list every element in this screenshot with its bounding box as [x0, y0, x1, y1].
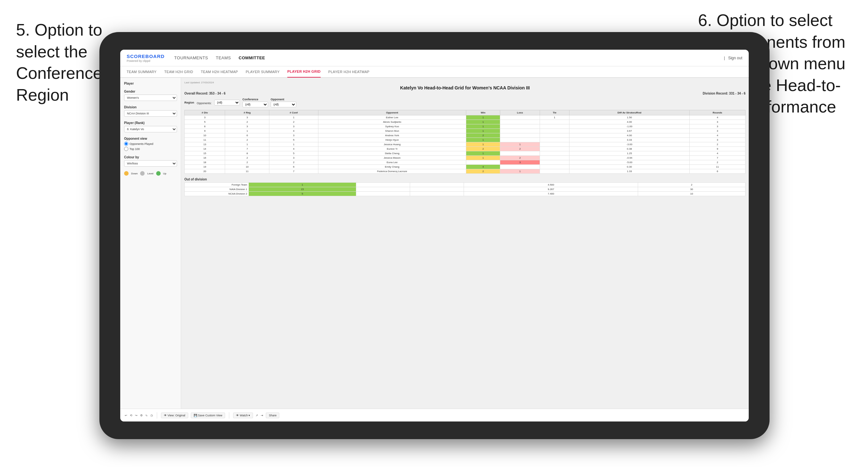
sub-nav-player-summary[interactable]: PLAYER SUMMARY [246, 66, 280, 77]
toolbar-clock[interactable]: ◷ [150, 414, 153, 417]
gender-select[interactable]: Women's [124, 95, 177, 101]
td-div: 20 [185, 169, 225, 174]
th-diff: Diff Av Strokes/Rnd [569, 110, 689, 115]
sub-nav: TEAM SUMMARY TEAM H2H GRID TEAM H2H HEAT… [120, 66, 749, 78]
table-row: 16 2 3 Jessica Mason 1 2 -0.94 7 [185, 156, 745, 160]
td-loss [500, 120, 540, 124]
out-table-row: Foreign Team 1 4.500 2 [185, 183, 745, 187]
td-div: 16 [185, 156, 225, 160]
toolbar-share-icon1[interactable]: ↗ [255, 414, 258, 417]
td-tie [540, 156, 569, 160]
color-legend: Down Level Up [124, 171, 177, 176]
td-rounds: 3 [689, 120, 745, 124]
conference-filter-select[interactable]: (All) [242, 102, 268, 107]
player-rank-select[interactable]: 8. Katelyn Vo [124, 126, 177, 132]
dot-level [140, 171, 145, 176]
td-loss [500, 129, 540, 133]
toolbar-redo2[interactable]: ↪ [135, 414, 137, 417]
nav-committee[interactable]: COMMITTEE [239, 56, 265, 60]
radio-opponents-played[interactable]: Opponents Played [124, 142, 177, 146]
conference-filter-group: Conference (All) [242, 98, 268, 107]
toolbar-sep2 [229, 412, 229, 418]
nav-tournaments[interactable]: TOURNAMENTS [174, 56, 208, 60]
region-filter-group: Region [184, 101, 194, 104]
td-rounds: 4 [689, 133, 745, 138]
radio-top100[interactable]: Top 100 [124, 147, 177, 151]
dot-down [124, 171, 129, 176]
main-content: Last Updated: 27/03/2024 Katelyn Vo Head… [181, 78, 749, 409]
td-win: 1 [466, 151, 500, 156]
td-win: 2 [466, 169, 500, 174]
td-rounds: 3 [689, 129, 745, 133]
td-reg: 2 [225, 156, 269, 160]
watch-btn[interactable]: 👁 Watch ▾ [233, 412, 253, 418]
td-win: 1 [466, 156, 500, 160]
logo: SCOREBOARD Powered by clippd [127, 54, 164, 62]
toolbar-settings[interactable]: ⚙ [140, 414, 143, 417]
out-td-name: NAIA Division 1 [185, 187, 249, 192]
toolbar-redo1[interactable]: ⟲ [130, 414, 132, 417]
sub-nav-team-summary[interactable]: TEAM SUMMARY [127, 66, 156, 77]
table-row: 3 3 1 Esther Lee 1 1 1.50 4 [185, 115, 745, 120]
td-reg: 10 [225, 165, 269, 169]
td-rounds: 2 [689, 142, 745, 147]
sub-nav-player-h2h-grid[interactable]: PLAYER H2H GRID [287, 66, 321, 77]
division-section: Division NCAA Division III [124, 105, 177, 117]
app-header: SCOREBOARD Powered by clippd TOURNAMENTS… [120, 50, 749, 66]
td-tie: 1 [540, 115, 569, 120]
td-conf: 5 [269, 138, 318, 142]
td-rounds: 11 [689, 165, 745, 169]
td-conf: 4 [269, 129, 318, 133]
view-original-btn[interactable]: 👁 View: Original [161, 412, 188, 418]
gender-label: Gender [124, 90, 177, 93]
td-win: 4 [466, 165, 500, 169]
division-record: Division Record: 331 - 34 - 6 [703, 92, 745, 95]
opponent-filter-select[interactable]: (All) [271, 102, 296, 107]
td-tie [540, 129, 569, 133]
sub-nav-player-h2h-heatmap[interactable]: PLAYER H2H HEATMAP [328, 66, 369, 77]
td-rounds: 4 [689, 115, 745, 120]
td-win: 1 [466, 120, 500, 124]
sub-nav-team-h2h-grid[interactable]: TEAM H2H GRID [164, 66, 193, 77]
td-diff: 0.38 [569, 147, 689, 151]
td-reg: 1 [225, 129, 269, 133]
toolbar-undo[interactable]: ↩ [125, 414, 127, 417]
th-loss: Loss [500, 110, 540, 115]
sign-out-link[interactable]: Sign out [728, 56, 742, 60]
sub-nav-team-h2h-heatmap[interactable]: TEAM H2H HEATMAP [201, 66, 238, 77]
table-row: 5 2 2 Alexis Sudjianto 1 4.00 3 [185, 120, 745, 124]
td-reg: 11 [225, 169, 269, 174]
td-loss [500, 165, 540, 169]
td-opponent: Euna Lee [318, 160, 466, 165]
toolbar-share-icon2[interactable]: ⇥ [261, 414, 263, 417]
colour-by-select[interactable]: Win/loss [124, 160, 177, 167]
td-loss: 1 [500, 142, 540, 147]
td-conf: 5 [269, 151, 318, 156]
td-diff: 3.67 [569, 129, 689, 133]
region-filter-select[interactable]: (All) [214, 100, 240, 105]
division-select[interactable]: NCAA Division III [124, 110, 177, 117]
opponent-filter-group: Opponent (All) [271, 98, 296, 107]
td-diff: 3.33 [569, 138, 689, 142]
nav-teams[interactable]: TEAMS [216, 56, 231, 60]
main-nav: TOURNAMENTS TEAMS COMMITTEE [174, 56, 714, 60]
td-win: 1 [466, 129, 500, 133]
td-conf: 2 [269, 120, 318, 124]
out-td-rounds: 2 [638, 183, 745, 187]
td-opponent: Jessica Mason [318, 156, 466, 160]
gender-section: Gender Women's [124, 90, 177, 101]
out-td-name: Foreign Team [185, 183, 249, 187]
out-td-win: 15 [249, 187, 356, 192]
save-custom-view-btn[interactable]: 💾 Save Custom View [191, 412, 225, 418]
td-loss [500, 151, 540, 156]
td-win: 1 [466, 115, 500, 120]
share-btn[interactable]: Share [266, 412, 279, 418]
td-div: 10 [185, 133, 225, 138]
tablet-screen: SCOREBOARD Powered by clippd TOURNAMENTS… [120, 50, 749, 422]
td-opponent: Andrea York [318, 133, 466, 138]
td-win: 1 [466, 124, 500, 129]
table-row: 15 8 5 Stella Cheng 1 1.25 4 [185, 151, 745, 156]
td-loss [500, 138, 540, 142]
td-tie [540, 120, 569, 124]
toolbar-wave[interactable]: ∿ [145, 414, 148, 417]
